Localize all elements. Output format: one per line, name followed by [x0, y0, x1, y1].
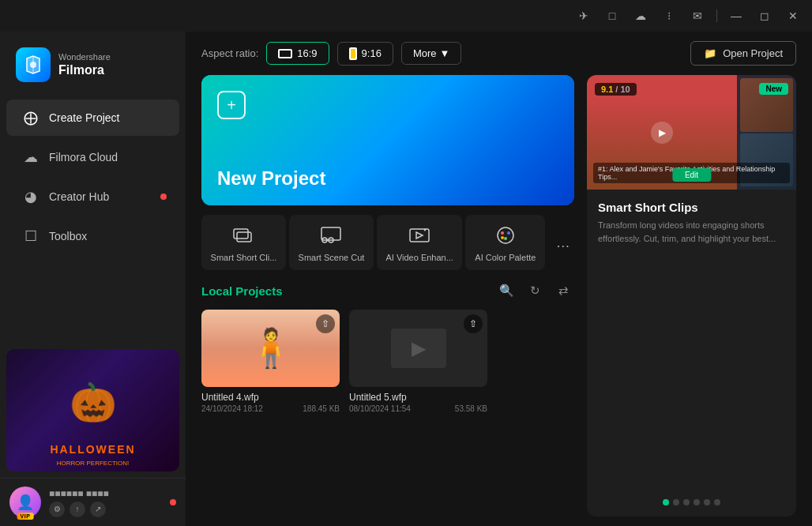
logo-brand: Wondershare: [58, 52, 111, 62]
user-info: ■■■■■■ ■■■■ ⚙ ↑ ↗: [49, 488, 162, 517]
minimize-button[interactable]: —: [724, 5, 749, 27]
rating-max: / 10: [615, 85, 630, 94]
user-icon-2[interactable]: ↑: [70, 502, 85, 517]
promo-banner[interactable]: 🎃 HALLOWEEN HORROR PERFECTION!: [6, 349, 179, 472]
local-projects-title: Local Projects: [201, 284, 283, 298]
sidebar: Wondershare Filmora ⨁ Create Project ☁ F…: [0, 32, 186, 526]
aspect-ratio-label: Aspect ratio:: [201, 47, 258, 59]
svg-point-12: [501, 236, 504, 239]
upload-icon-1: ⇧: [316, 314, 335, 333]
topbar: Aspect ratio: 16:9 9:16 More ▼ 📁 Open Pr…: [186, 32, 812, 75]
logo-product: Filmora: [58, 62, 111, 77]
open-project-button[interactable]: 📁 Open Project: [690, 41, 796, 66]
tools-more-button[interactable]: …: [551, 230, 574, 255]
smart-short-clips-icon: [231, 223, 256, 248]
landscape-icon: [278, 49, 292, 58]
logo-text: Wondershare Filmora: [58, 52, 111, 77]
grid-icon[interactable]: ⁝: [656, 5, 682, 27]
cloud-nav-icon: ☁: [22, 148, 39, 166]
sidebar-item-filmora-cloud[interactable]: ☁ Filmora Cloud: [6, 139, 179, 175]
film-placeholder: ▶: [391, 329, 446, 368]
aspect-ratio-16-9-button[interactable]: 16:9: [266, 42, 329, 65]
dot-6[interactable]: [714, 499, 720, 505]
project-name-1: Untitled 4.wfp: [201, 392, 340, 403]
svg-point-10: [507, 231, 510, 235]
new-project-label: New Project: [217, 167, 558, 190]
user-icon-3[interactable]: ↗: [90, 502, 106, 517]
dot-2[interactable]: [673, 499, 679, 505]
tool-smart-scene-cut[interactable]: Smart Scene Cut: [289, 215, 374, 270]
user-icon-1[interactable]: ⚙: [49, 502, 65, 517]
feature-title: Smart Short Clips: [598, 201, 785, 214]
aspect-ratio-9-16-button[interactable]: 9:16: [337, 42, 393, 66]
more-button[interactable]: More ▼: [401, 42, 462, 65]
svg-point-9: [501, 231, 504, 235]
search-projects-button[interactable]: 🔍: [495, 280, 517, 302]
tool-smart-short-clips[interactable]: Smart Short Cli...: [201, 215, 286, 270]
dot-4[interactable]: [694, 499, 700, 505]
tool-ai-video-enhance[interactable]: AI Video Enhan...: [377, 215, 462, 270]
project-size-1: 188.45 KB: [303, 404, 340, 413]
feature-card: ▶ New 9.1 / 10: [587, 75, 796, 517]
cloud-icon[interactable]: ☁: [628, 5, 653, 27]
section-actions: 🔍 ↻ ⇄: [495, 280, 574, 302]
portrait-icon: [349, 47, 357, 60]
new-project-card[interactable]: + New Project: [201, 75, 574, 205]
smart-short-clips-label: Smart Short Cli...: [211, 253, 277, 262]
dot-1[interactable]: [663, 499, 669, 505]
user-area[interactable]: 👤 VIP ■■■■■■ ■■■■ ⚙ ↑ ↗: [0, 478, 186, 526]
ai-video-enhance-label: AI Video Enhan...: [385, 253, 453, 262]
edit-button[interactable]: Edit: [672, 168, 711, 182]
sidebar-item-create-project[interactable]: ⨁ Create Project: [6, 100, 179, 136]
right-column: ▶ New 9.1 / 10: [587, 75, 796, 517]
play-button[interactable]: ▶: [651, 122, 673, 144]
project-card-2[interactable]: ▶ ⇧ Untitled 5.wfp 08/10/2024 11:54 53.5…: [349, 310, 487, 413]
sidebar-label-creator-hub: Creator Hub: [49, 190, 109, 203]
user-name: ■■■■■■ ■■■■: [49, 488, 162, 499]
promo-title: HALLOWEEN: [6, 443, 179, 456]
tool-ai-color-palette[interactable]: AI Color Palette: [465, 215, 545, 270]
content-area: + New Project Smart Short Cli...: [186, 75, 812, 526]
creator-hub-icon: ◕: [22, 188, 39, 205]
svg-rect-7: [410, 229, 429, 242]
svg-point-0: [30, 62, 36, 68]
sidebar-item-toolbox[interactable]: ☐ Toolbox: [6, 218, 179, 254]
project-card-1[interactable]: 🧍 ⇧ Untitled 4.wfp 24/10/2024 18:12 188.…: [201, 310, 340, 413]
chevron-down-icon: ▼: [440, 47, 450, 59]
create-project-icon: ⨁: [22, 109, 39, 126]
project-size-2: 53.58 KB: [455, 404, 487, 413]
logo-area: Wondershare Filmora: [0, 38, 186, 98]
project-name-2: Untitled 5.wfp: [349, 392, 487, 403]
smart-scene-cut-icon: [318, 223, 344, 248]
new-tag: New: [759, 83, 788, 95]
app-body: Wondershare Filmora ⨁ Create Project ☁ F…: [0, 32, 812, 526]
refresh-projects-button[interactable]: ↻: [524, 280, 546, 302]
toolbox-icon: ☐: [22, 227, 39, 245]
user-notification-dot: [170, 499, 176, 505]
more-label: More: [413, 47, 437, 59]
dot-3[interactable]: [683, 499, 690, 505]
local-projects-section: Local Projects 🔍 ↻ ⇄ 🧍: [201, 280, 574, 517]
sidebar-label-filmora-cloud: Filmora Cloud: [49, 151, 118, 163]
feature-dots: [587, 499, 796, 517]
share-icon[interactable]: ✈: [571, 5, 596, 27]
close-button[interactable]: ✕: [780, 5, 806, 27]
monitor-icon[interactable]: □: [600, 5, 625, 27]
smart-scene-cut-label: Smart Scene Cut: [299, 253, 365, 262]
main-content: Aspect ratio: 16:9 9:16 More ▼ 📁 Open Pr…: [186, 32, 812, 526]
sidebar-label-create-project: Create Project: [49, 111, 119, 124]
app-logo: [16, 47, 51, 82]
bell-icon[interactable]: ✉: [685, 5, 710, 27]
view-toggle-button[interactable]: ⇄: [552, 280, 574, 302]
titlebar-separator: [716, 9, 717, 22]
rank-number: #1:: [598, 165, 608, 173]
project-meta-2: 08/10/2024 11:54 53.58 KB: [349, 404, 487, 413]
dot-5[interactable]: [704, 499, 710, 505]
restore-button[interactable]: ◻: [752, 5, 777, 27]
promo-image: 🎃 HALLOWEEN HORROR PERFECTION!: [6, 349, 179, 472]
tools-row: Smart Short Cli... Smart Scene Cut: [201, 215, 574, 270]
sidebar-item-creator-hub[interactable]: ◕ Creator Hub: [6, 178, 179, 215]
sidebar-label-toolbox: Toolbox: [49, 230, 87, 242]
ai-video-enhance-icon: [407, 223, 432, 248]
feature-image: ▶ New 9.1 / 10: [587, 75, 796, 190]
